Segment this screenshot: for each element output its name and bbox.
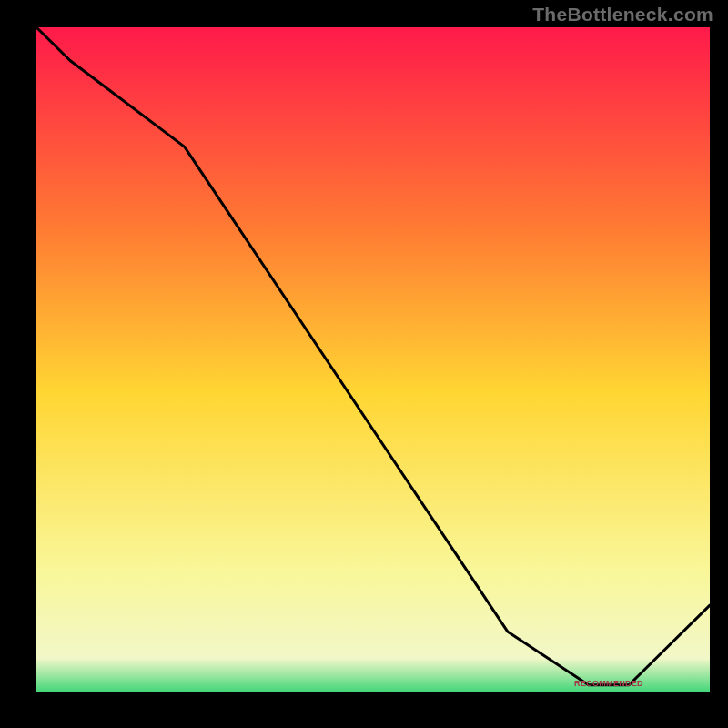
chart-stage: TheBottleneck.com RECOMMENDED xyxy=(0,0,728,728)
plot-background xyxy=(36,27,710,692)
chart-svg xyxy=(0,0,728,728)
watermark-text: TheBottleneck.com xyxy=(532,4,713,25)
recommended-label: RECOMMENDED xyxy=(574,679,643,688)
